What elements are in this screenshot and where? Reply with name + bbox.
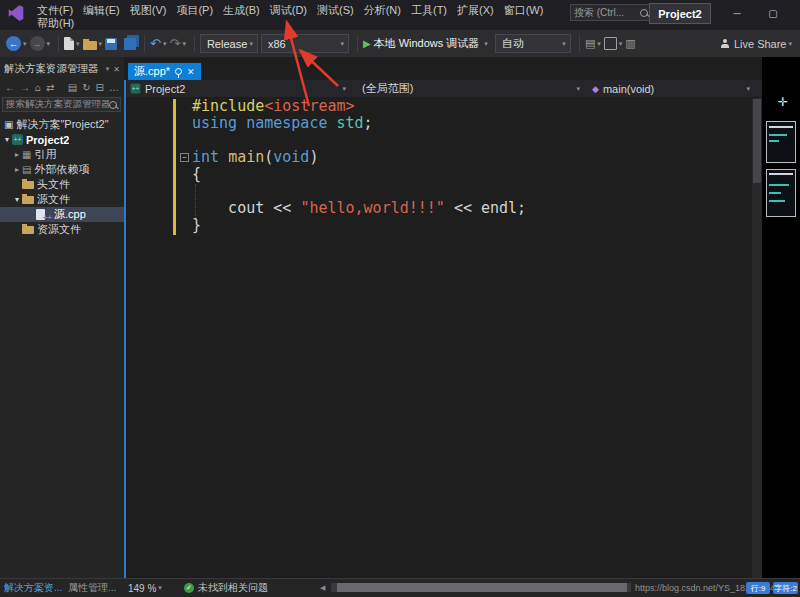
- scrollbar-thumb[interactable]: [337, 583, 627, 592]
- tree-item-header-files[interactable]: 头文件: [0, 177, 124, 192]
- references-icon: ▦: [22, 149, 31, 160]
- horizontal-scrollbar[interactable]: [331, 583, 631, 592]
- menu-item[interactable]: 扩展(X): [452, 3, 499, 18]
- expand-arrow-icon[interactable]: ▾: [2, 135, 12, 144]
- code-line[interactable]: [192, 183, 748, 200]
- menu-item[interactable]: 测试(S): [312, 3, 359, 18]
- menu-item[interactable]: 视图(V): [125, 3, 172, 18]
- vertical-scrollbar[interactable]: [752, 98, 762, 578]
- save-all-button[interactable]: [124, 38, 136, 50]
- tab-label: 源.cpp*: [134, 64, 170, 79]
- start-debugging-button[interactable]: ▶ 本地 Windows 调试器 ▾: [363, 36, 488, 51]
- panel-tab-label: 属性管理...: [68, 581, 116, 595]
- code-line[interactable]: {: [192, 166, 748, 183]
- pan-icon: ✛: [778, 95, 788, 109]
- undo-button[interactable]: ↶ ▾: [150, 36, 166, 51]
- code-line[interactable]: #include<iostream>: [192, 98, 748, 115]
- menu-item[interactable]: 窗口(W): [499, 3, 549, 18]
- menu-item[interactable]: 调试(D): [265, 3, 312, 18]
- window-position-icon[interactable]: ▾: [106, 65, 110, 73]
- platform-dropdown[interactable]: x86 ▾: [261, 34, 349, 53]
- quick-search-placeholder: 搜索 (Ctrl...: [574, 6, 640, 20]
- tree-item-resource-files[interactable]: 资源文件: [0, 222, 124, 237]
- collapse-arrow-icon[interactable]: ▸: [12, 150, 22, 159]
- home-icon[interactable]: ⌂: [35, 82, 41, 93]
- nav-member-dropdown[interactable]: ◆ main(void) ▾: [586, 83, 756, 95]
- toolbar-icon-button[interactable]: ▾: [604, 37, 623, 50]
- menu-item[interactable]: 生成(B): [218, 3, 265, 18]
- code-fold-toggle[interactable]: −: [180, 153, 189, 162]
- minimize-button[interactable]: ─: [722, 0, 752, 26]
- debug-target-label: 本地 Windows 调试器: [374, 36, 480, 51]
- redo-button[interactable]: ↷ ▾: [169, 36, 185, 51]
- pin-icon[interactable]: [175, 68, 182, 75]
- check-icon: ✓: [184, 583, 194, 593]
- cpp-file-icon: ++: [36, 209, 45, 220]
- navigate-forward-button[interactable]: → ▾: [30, 36, 51, 51]
- tree-item-references[interactable]: ▸ ▦ 引用: [0, 147, 124, 162]
- refresh-icon[interactable]: ↻: [82, 82, 90, 93]
- scrollbar-thumb[interactable]: [753, 99, 761, 183]
- collapse-all-icon[interactable]: ⊟: [96, 82, 104, 93]
- open-file-button[interactable]: ▾: [83, 38, 103, 50]
- document-tab[interactable]: 源.cpp* ✕: [128, 63, 201, 80]
- chevron-down-icon: ▾: [249, 40, 253, 48]
- forward-icon[interactable]: →: [20, 82, 30, 93]
- code-line[interactable]: using namespace std;: [192, 115, 748, 132]
- collapse-arrow-icon[interactable]: ▸: [12, 165, 22, 174]
- menu-item-help[interactable]: 帮助(H): [32, 16, 79, 31]
- navigate-back-button[interactable]: ← ▾: [6, 36, 27, 51]
- expand-arrow-icon[interactable]: ▾: [12, 195, 22, 204]
- toolbar-icon-button[interactable]: ▥: [625, 37, 635, 50]
- changed-lines-indicator: [173, 99, 176, 235]
- menu-item[interactable]: 项目(P): [171, 3, 218, 18]
- tree-item-label: Project2: [26, 134, 69, 146]
- tree-item-source-cpp[interactable]: ++ 源.cpp: [0, 207, 124, 222]
- code-line[interactable]: }: [192, 217, 748, 234]
- code-editor[interactable]: #include<iostream>using namespace std;in…: [192, 98, 748, 234]
- solution-explorer-search[interactable]: 搜索解决方案资源管理器(Ctrl+;): [2, 97, 121, 112]
- sync-icon[interactable]: ▤: [68, 82, 77, 93]
- new-file-button[interactable]: ▾: [64, 37, 80, 50]
- menu-item[interactable]: 分析(N): [359, 3, 406, 18]
- code-health-indicator[interactable]: ✓ 未找到相关问题: [184, 581, 268, 595]
- scroll-left-icon[interactable]: ◀: [320, 584, 325, 592]
- tree-item-solution[interactable]: ▣ 解决方案"Project2": [0, 117, 124, 132]
- close-icon[interactable]: ✕: [187, 67, 195, 77]
- menu-item[interactable]: 工具(T): [406, 3, 452, 18]
- maximize-button[interactable]: ▢: [758, 0, 788, 26]
- menu-item[interactable]: 编辑(E): [78, 3, 125, 18]
- quick-search-box[interactable]: 搜索 (Ctrl...: [570, 4, 652, 21]
- attach-dropdown[interactable]: 自动 ▾: [495, 34, 571, 53]
- back-icon[interactable]: ←: [5, 82, 15, 93]
- save-button[interactable]: [105, 38, 117, 50]
- search-icon: [640, 9, 648, 17]
- nav-scope-dropdown[interactable]: (全局范围) ▾: [352, 81, 586, 96]
- code-line[interactable]: int main(void): [192, 149, 748, 166]
- nav-project-dropdown[interactable]: ++ Project2 ▾: [124, 83, 352, 95]
- right-overlay-strip: ✛: [762, 57, 800, 578]
- panel-tab-solution-explorer[interactable]: 解决方案资...: [4, 581, 62, 595]
- more-icon[interactable]: …: [109, 82, 119, 93]
- tree-item-external-deps[interactable]: ▸ ▤ 外部依赖项: [0, 162, 124, 177]
- configuration-dropdown[interactable]: Release ▾: [200, 34, 258, 53]
- code-line[interactable]: cout << "hello,world!!!" << endl;: [192, 200, 748, 217]
- tree-item-source-files[interactable]: ▾ 源文件: [0, 192, 124, 207]
- switch-views-icon[interactable]: ⇄: [46, 82, 54, 93]
- solution-explorer-titlebar: 解决方案资源管理器 ▾ ✕: [0, 62, 124, 76]
- toolbar-separator: [144, 35, 145, 52]
- panel-tab-property-manager[interactable]: 属性管理...: [68, 581, 116, 595]
- save-all-icon: [124, 38, 136, 50]
- open-folder-icon: [83, 41, 97, 50]
- code-line[interactable]: [192, 132, 748, 149]
- close-icon[interactable]: ✕: [113, 65, 120, 74]
- live-share-button[interactable]: Live Share ▾: [721, 38, 792, 50]
- chevron-down-icon: ▾: [746, 85, 750, 93]
- toolbar-icon-button[interactable]: ▤ ▾: [585, 37, 601, 50]
- editor-zoom-dropdown[interactable]: 149 % ▾: [128, 581, 162, 595]
- chevron-down-icon: ▾: [23, 40, 27, 48]
- method-icon: ◆: [592, 84, 599, 94]
- solution-explorer-panel: 解决方案资源管理器 ▾ ✕ ← → ⌂ ⇄ ▤ ↻ ⊟ … 搜索解决方案资源管理…: [0, 57, 124, 578]
- nav-project-label: Project2: [145, 83, 185, 95]
- tree-item-project[interactable]: ▾ ++ Project2: [0, 132, 124, 147]
